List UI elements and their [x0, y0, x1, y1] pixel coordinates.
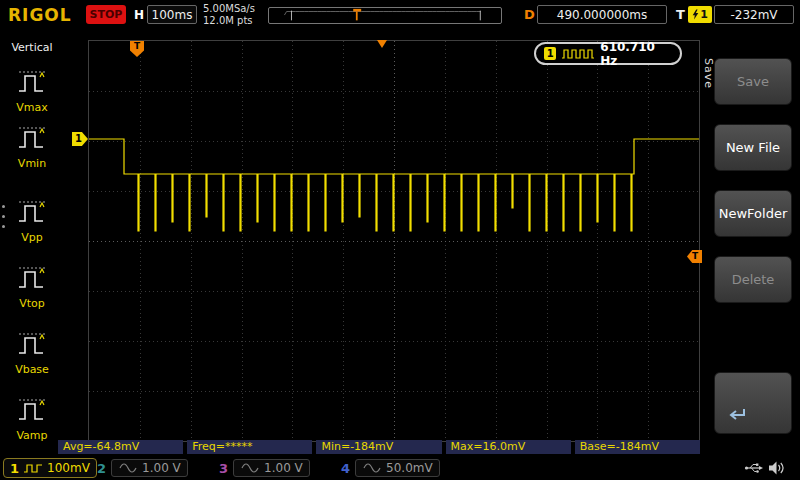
measurement-avg: Avg=-64.8mV	[58, 440, 183, 454]
lightning-icon	[692, 8, 699, 21]
left-menu: Vertical Vmax Vmin Vpp Vtop Vbase Vamp	[0, 30, 64, 456]
delay-readout: 490.000000ms	[537, 5, 667, 24]
header: RIGOL STOP H 100ms 5.00MSa/s 12.0M pts D…	[0, 0, 800, 30]
acquisition-readout: 5.00MSa/s 12.0M pts	[203, 3, 255, 27]
vmin-icon	[17, 124, 47, 152]
marker-letter: T	[692, 251, 698, 261]
frequency-counter: 1 610.710 Hz	[534, 42, 682, 65]
timebase-readout: 100ms	[147, 5, 197, 24]
trigger-source: 1	[700, 8, 708, 21]
channel1-level-marker: 1	[72, 132, 88, 146]
menu-item-label: Vmin	[0, 157, 64, 170]
menu-item-label: Vtop	[0, 297, 64, 310]
grid-svg	[89, 41, 699, 441]
return-arrow-icon	[723, 405, 749, 425]
measurement-bar: Avg=-64.8mV Freq=***** Min=-184mV Max=16…	[58, 440, 700, 454]
sine-wave-icon	[240, 463, 260, 473]
sine-wave-icon	[118, 463, 138, 473]
trigger-level-readout: -232mV	[714, 5, 794, 24]
menu-item-vbase[interactable]: Vbase	[0, 330, 64, 376]
menu-item-label: Vbase	[0, 363, 64, 376]
menu-item-label: Vpp	[0, 231, 64, 244]
waveform-display	[88, 40, 700, 442]
delete-button[interactable]: Delete	[714, 256, 792, 303]
measurement-freq: Freq=*****	[187, 440, 312, 454]
memory-position-strip	[268, 7, 502, 24]
vtop-icon	[17, 264, 47, 292]
trigger-source-chip: 1	[688, 6, 712, 23]
vamp-icon	[17, 396, 47, 424]
save-button[interactable]: Save	[714, 58, 792, 105]
measurement-base: Base=-184mV	[575, 440, 700, 454]
menu-item-vamp[interactable]: Vamp	[0, 396, 64, 442]
channel-scale: 1.00 V	[142, 461, 181, 475]
trigger-center-marker	[377, 40, 387, 48]
channel-number: 4	[341, 461, 350, 476]
menu-item-label: Vamp	[0, 429, 64, 442]
usb-icon	[744, 461, 764, 475]
pulse-train-icon	[561, 48, 595, 60]
channel-3-status[interactable]: 3 1.00 V	[219, 458, 310, 478]
channel-scale: 1.00 V	[264, 461, 303, 475]
new-folder-button[interactable]: NewFolder	[714, 190, 792, 237]
channel-scale: 100mV	[47, 461, 90, 475]
counter-value: 610.710 Hz	[600, 40, 672, 68]
marker-letter: T	[134, 41, 140, 51]
delay-label: D	[524, 7, 535, 22]
marker-letter: 1	[75, 133, 82, 144]
channel-1-status[interactable]: 1 100mV	[3, 458, 97, 478]
channel-4-status[interactable]: 4 50.0mV	[341, 458, 440, 478]
menu-page-dots	[2, 198, 5, 235]
back-button[interactable]	[714, 372, 792, 434]
measurement-min: Min=-184mV	[316, 440, 441, 454]
trigger-status-label: T	[676, 7, 685, 22]
speaker-icon	[768, 460, 786, 476]
measurement-max: Max=16.0mV	[446, 440, 571, 454]
vmax-icon	[17, 68, 47, 96]
menu-item-vmax[interactable]: Vmax	[0, 68, 64, 114]
menu-item-vpp[interactable]: Vpp	[0, 198, 64, 244]
sample-rate: 5.00MSa/s	[203, 3, 255, 15]
vbase-icon	[17, 330, 47, 358]
channel-2-status[interactable]: 2 1.00 V	[97, 458, 188, 478]
channel-number: 1	[10, 461, 19, 476]
channel-number: 2	[97, 461, 106, 476]
run-state-badge: STOP	[86, 5, 126, 24]
memory-waveform-thumbnail	[269, 8, 501, 23]
memory-depth: 12.0M pts	[203, 15, 255, 27]
sine-wave-icon	[362, 463, 382, 473]
oscilloscope-screen: RIGOL STOP H 100ms 5.00MSa/s 12.0M pts D…	[0, 0, 800, 480]
channel-number: 3	[219, 461, 228, 476]
square-wave-icon	[23, 463, 43, 473]
channel-status-bar: 1 100mV 2 1.00 V 3 1.00 V	[0, 456, 800, 480]
channel-scale: 50.0mV	[386, 461, 433, 475]
brand-logo: RIGOL	[8, 5, 72, 25]
counter-channel-badge: 1	[544, 47, 556, 60]
menu-item-vmin[interactable]: Vmin	[0, 124, 64, 170]
horizontal-label: H	[134, 8, 144, 22]
menu-item-vtop[interactable]: Vtop	[0, 264, 64, 310]
menu-item-label: Vmax	[0, 101, 64, 114]
vpp-icon	[17, 198, 47, 226]
new-file-button[interactable]: New File	[714, 124, 792, 171]
menu-title: Vertical	[0, 41, 64, 54]
right-menu: Save Save New File NewFolder Delete	[700, 30, 800, 456]
